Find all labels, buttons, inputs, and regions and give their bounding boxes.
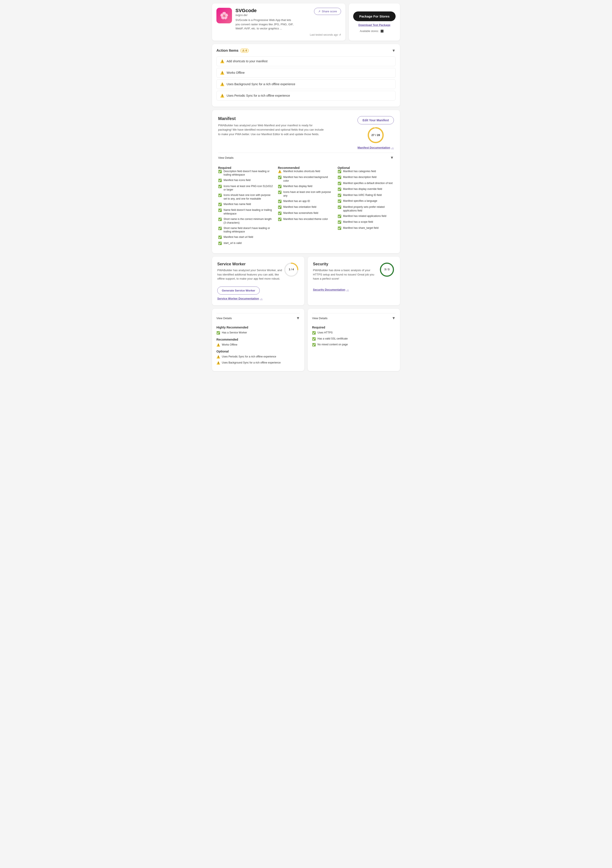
check-item: ✅Manifest has description field <box>338 175 394 180</box>
action-items-badge: ⚠ 4 <box>240 48 249 53</box>
check-icon: ✅ <box>338 187 341 192</box>
check-item: ✅ No mixed content on page <box>312 343 396 347</box>
check-item: ✅ Has a valid SSL certificate <box>312 337 396 341</box>
sw-details-content: Highly Recommended ✅ Has a Service Worke… <box>216 323 300 365</box>
service-worker-panel: Service Worker PWABuilder has analyzed y… <box>212 257 304 305</box>
check-icon: ✅ <box>338 181 341 186</box>
warn-icon: ⚠️ <box>220 71 224 75</box>
warn-icon: ⚠️ <box>278 169 281 174</box>
sw-details-panel: View Details ▼ Highly Recommended ✅ Has … <box>212 309 304 371</box>
check-item: ✅Manifest specifies a default direction … <box>338 181 394 186</box>
manifest-details-chevron[interactable]: ▼ <box>390 155 394 160</box>
action-items-title: Action Items <box>216 48 238 53</box>
check-item: ✅Manifest has name field <box>218 202 274 207</box>
share-score-button[interactable]: ↗ Share score <box>314 8 341 15</box>
manifest-optional-col: Optional ✅Manifest has categories field … <box>338 166 394 247</box>
warn-icon: ⚠️ <box>220 82 224 86</box>
check-icon: ✅ <box>338 193 341 198</box>
check-icon: ✅ <box>338 175 341 180</box>
check-icon: ✅ <box>218 226 222 231</box>
check-icon: ✅ <box>218 193 222 198</box>
manifest-section: Manifest PWABuilder has analyzed your We… <box>212 110 400 253</box>
check-icon: ✅ <box>338 169 341 174</box>
warn-icon: ⚠️ <box>216 343 220 347</box>
check-item: ✅ Has a Service Worker <box>216 331 300 335</box>
check-icon: ✅ <box>218 184 222 189</box>
security-panel: Security PWABuilder has done a basic ana… <box>308 257 400 305</box>
manifest-documentation-link[interactable]: Manifest Documentation → <box>357 146 394 149</box>
manifest-score-circle: 27 / 28 <box>367 127 384 144</box>
sw-recommended-title: Recommended <box>216 338 300 341</box>
manifest-required-title: Required <box>218 166 274 169</box>
action-item: ⚠️ Uses Background Sync for a rich offli… <box>216 79 396 89</box>
action-items-chevron[interactable]: ▼ <box>392 48 396 53</box>
sw-highly-recommended-title: Highly Recommended <box>216 326 300 329</box>
warn-badge-icon: ⚠ <box>242 49 245 52</box>
check-item: ✅Manifest has related applications field <box>338 214 394 219</box>
check-icon: ✅ <box>218 208 222 212</box>
edit-manifest-button[interactable]: Edit Your Manifest <box>357 116 394 124</box>
check-icon: ✅ <box>216 331 220 335</box>
manifest-recommended-title: Recommended <box>278 166 334 169</box>
check-icon: ✅ <box>278 205 281 209</box>
manifest-details-grid: Required ✅Description field doesn't have… <box>218 163 394 247</box>
check-icon: ✅ <box>218 169 222 174</box>
check-item: ✅Manifest has screenshots field <box>278 211 334 215</box>
check-item: ✅start_url is valid <box>218 241 274 246</box>
package-for-stores-button[interactable]: Package For Stores <box>353 11 396 21</box>
refresh-icon[interactable]: ↺ <box>339 33 341 36</box>
check-item: ✅Manifest has orientation field <box>278 205 334 209</box>
warn-icon: ⚠️ <box>216 355 220 359</box>
generate-service-worker-button[interactable]: Generate Service Worker <box>217 287 260 294</box>
manifest-required-col: Required ✅Description field doesn't have… <box>218 166 274 247</box>
sw-details-chevron[interactable]: ▼ <box>296 316 300 321</box>
warn-icon: ⚠️ <box>216 361 220 365</box>
check-icon: ✅ <box>218 235 222 240</box>
check-item: ⚠️ Uses Periodic Sync for a rich offline… <box>216 355 300 359</box>
sw-view-details-bar[interactable]: View Details ▼ <box>216 313 300 323</box>
security-details-chevron[interactable]: ▼ <box>392 316 396 321</box>
check-item: ✅Name field doesn't have leading or trai… <box>218 208 274 215</box>
warn-icon: ⚠️ <box>220 94 224 98</box>
check-item: ✅Manifest specifies a language <box>338 199 394 203</box>
check-item: ✅Manifest has display field <box>278 184 334 189</box>
action-item: ⚠️ Add shortcuts to your manifest <box>216 56 396 66</box>
warn-icon: ⚠️ <box>220 59 224 64</box>
check-item: ✅Short name is the correct minimum lengt… <box>218 217 274 225</box>
security-details-panel: View Details ▼ Required ✅ Uses HTTPS ✅ H… <box>308 309 400 371</box>
security-description: PWABuilder has done a basic analysis of … <box>313 268 379 281</box>
check-icon: ✅ <box>312 331 316 335</box>
check-item: ⚠️ Uses Background Sync for a rich offli… <box>216 361 300 365</box>
check-icon: ✅ <box>338 220 341 225</box>
check-item: ✅Icons have at least one icon with purpo… <box>278 190 334 198</box>
download-test-package-link[interactable]: Download Test Package <box>358 23 390 26</box>
manifest-recommended-col: Recommended ⚠️Manifest includes shortcut… <box>278 166 334 247</box>
security-documentation-link[interactable]: Security Documentation → <box>313 288 349 291</box>
sw-description: PWABuilder has analyzed your Service Wor… <box>217 268 283 281</box>
security-view-details-bar[interactable]: View Details ▼ <box>312 313 396 323</box>
action-items-section: Action Items ⚠ 4 ▼ ⚠️ Add shortcuts to y… <box>212 44 400 107</box>
check-item: ✅Manifest has icons field <box>218 178 274 183</box>
check-icon: ✅ <box>218 178 222 183</box>
check-icon: ✅ <box>338 214 341 219</box>
sw-optional-title: Optional <box>216 350 300 353</box>
check-icon: ✅ <box>278 211 281 215</box>
check-item: ✅Manifest has display override field <box>338 187 394 192</box>
action-item: ⚠️ Uses Periodic Sync for a rich offline… <box>216 91 396 101</box>
sw-documentation-link[interactable]: Service Worker Documentation → <box>217 297 263 300</box>
windows-store-icon: ⬛ <box>381 29 384 33</box>
check-icon: ✅ <box>312 343 316 347</box>
check-item: ✅Manifest has an app ID <box>278 199 334 204</box>
security-title: Security <box>313 262 379 267</box>
check-icon: ✅ <box>278 184 281 189</box>
app-description: SVGcode is a Progressive Web App that le… <box>235 18 296 31</box>
action-items-list: ⚠️ Add shortcuts to your manifest ⚠️ Wor… <box>216 56 396 101</box>
check-item: ✅Manifest has hex encoded background col… <box>278 175 334 183</box>
last-tested-label: Last tested seconds ago <box>310 33 338 36</box>
check-item: ✅ Uses HTTPS <box>312 331 396 335</box>
check-icon: ✅ <box>278 190 281 195</box>
check-item: ✅Icons should have one icon with purpose… <box>218 193 274 201</box>
manifest-view-details-bar[interactable]: View Details ▼ <box>218 153 394 163</box>
check-item: ⚠️ Works Offline <box>216 343 300 347</box>
security-required-title: Required <box>312 326 396 329</box>
